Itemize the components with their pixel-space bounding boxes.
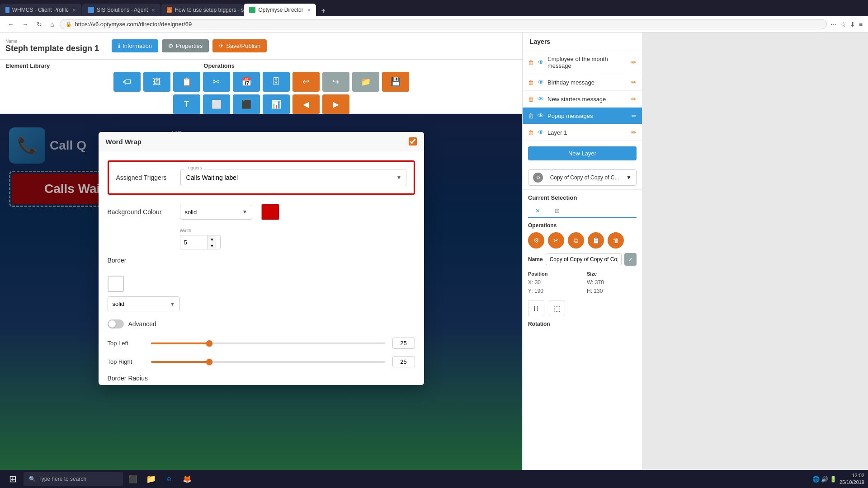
border-color-box[interactable] xyxy=(108,276,124,292)
border-style-dropdown[interactable]: solid xyxy=(108,296,180,311)
back-button[interactable]: ← xyxy=(5,20,16,29)
top-right-value-input[interactable]: 25 xyxy=(392,356,415,367)
taskbar-search[interactable]: 🔍 Type here to search xyxy=(24,472,123,486)
width-down-btn[interactable]: ▼ xyxy=(208,242,217,249)
lib-op2-btn[interactable]: ▶ xyxy=(322,94,349,114)
tab-whmcs[interactable]: WHMCS - Client Profile ✕ xyxy=(0,4,81,16)
top-left-value-input[interactable]: 25 xyxy=(392,338,415,349)
url-box[interactable]: 🔒 https://v6.optymyse.com/director/desig… xyxy=(60,19,826,29)
lib-redo-btn[interactable]: ↪ xyxy=(322,72,349,92)
layer-bday-trash-icon[interactable]: 🗑 xyxy=(528,79,534,86)
cs-tab-cross[interactable]: ✕ xyxy=(528,205,547,218)
information-button[interactable]: ℹ Information xyxy=(112,39,158,52)
lib-image-btn[interactable]: 🖼 xyxy=(143,72,170,92)
layer-item-bday[interactable]: 🗑 👁 Birthday message ✏ xyxy=(523,74,642,91)
forward-button[interactable]: → xyxy=(20,20,31,29)
start-button[interactable]: ⊞ xyxy=(4,470,22,488)
lib-shape-btn[interactable]: ⬜ xyxy=(203,94,230,114)
lib-db-btn[interactable]: 🗄 xyxy=(263,72,290,92)
layer-item-popup[interactable]: 🗑 👁 Popup messages ✏ xyxy=(523,108,642,124)
layer-eom-edit-icon[interactable]: ✏ xyxy=(631,59,637,66)
cs-name-input[interactable] xyxy=(546,253,622,265)
layer1-trash-icon[interactable]: 🗑 xyxy=(528,129,534,136)
system-clock[interactable]: 12:02 25/10/2019 xyxy=(840,472,864,486)
tab-sis[interactable]: SIS Solutions - Agent ✕ xyxy=(82,4,160,16)
layer1-edit-icon[interactable]: ✏ xyxy=(631,129,637,136)
triggers-dropdown[interactable]: Calls Waiting label xyxy=(180,169,406,186)
advanced-toggle[interactable] xyxy=(108,319,124,328)
taskbar-edge[interactable]: e xyxy=(161,471,177,487)
taskbar-explorer[interactable]: 📁 xyxy=(143,471,159,487)
extensions-icon[interactable]: ⋯ xyxy=(830,21,837,28)
taskbar-firefox[interactable]: 🦊 xyxy=(179,471,195,487)
cs-name-confirm-button[interactable]: ✓ xyxy=(624,253,637,266)
word-wrap-checkbox[interactable] xyxy=(409,137,417,145)
new-tab-button[interactable]: + xyxy=(317,5,330,16)
lib-save-btn[interactable]: 💾 xyxy=(382,72,409,92)
lib-folder-btn[interactable]: 📁 xyxy=(352,72,379,92)
width-input[interactable] xyxy=(180,236,208,249)
tab-whmcs-close[interactable]: ✕ xyxy=(72,8,76,13)
lib-layers-btn[interactable]: 📋 xyxy=(173,72,200,92)
reload-button[interactable]: ↻ xyxy=(34,20,44,29)
properties-button[interactable]: ⚙ Properties xyxy=(162,39,209,52)
align-horizontal-btn[interactable]: ⬚ xyxy=(549,300,565,316)
bg-style-dropdown[interactable]: solid xyxy=(180,205,252,220)
top-right-thumb[interactable] xyxy=(206,359,212,365)
top-left-thumb[interactable] xyxy=(206,340,212,347)
tab-optymyse[interactable]: Optymyse Director ✕ xyxy=(244,4,316,16)
bg-color-swatch[interactable] xyxy=(261,204,279,220)
lib-tag-btn[interactable]: 🏷 xyxy=(113,72,141,92)
layer-bday-eye-icon[interactable]: 👁 xyxy=(538,79,544,86)
layer-new-edit-icon[interactable]: ✏ xyxy=(631,95,637,103)
reader-icon[interactable]: ≡ xyxy=(859,21,863,28)
lib-crop-btn[interactable]: ✂ xyxy=(203,72,230,92)
width-up-btn[interactable]: ▲ xyxy=(208,235,217,242)
modal-title: Word Wrap xyxy=(106,138,142,145)
cs-copy-button[interactable]: ⧉ xyxy=(568,232,584,249)
home-button[interactable]: ⌂ xyxy=(48,20,56,29)
save-publish-button[interactable]: ✈ Save/Publish xyxy=(212,39,267,52)
battery-icon[interactable]: 🔋 xyxy=(830,476,837,483)
layer-bday-edit-icon[interactable]: ✏ xyxy=(631,79,637,86)
lib-undo-btn[interactable]: ↩ xyxy=(292,72,320,92)
cs-tab-grid[interactable]: ⊞ xyxy=(547,205,567,217)
top-left-track[interactable] xyxy=(151,343,385,344)
cs-gear-button[interactable]: ⚙ xyxy=(528,232,544,249)
browser-toolbar-icons: ⋯ ☆ ⬇ ≡ xyxy=(830,21,863,28)
layer-new-trash-icon[interactable]: 🗑 xyxy=(528,96,534,103)
new-layer-button[interactable]: New Layer xyxy=(528,146,637,160)
network-icon[interactable]: 🌐 xyxy=(812,476,820,483)
lib-line-btn[interactable]: ⬛ xyxy=(233,94,260,114)
tab-optymyse-close[interactable]: ✕ xyxy=(307,8,311,13)
lib-chart-btn[interactable]: 📊 xyxy=(263,94,290,114)
layer-popup-eye-icon[interactable]: 👁 xyxy=(538,112,544,119)
layer-item-new-starters[interactable]: 🗑 👁 New starters message ✏ xyxy=(523,91,642,108)
download-icon[interactable]: ⬇ xyxy=(850,21,855,28)
copy-dropdown[interactable]: ⚙ Copy of Copy of Copy of C... ▼ xyxy=(528,169,637,186)
lib-calendar-btn[interactable]: 📅 xyxy=(233,72,260,92)
layer-eom-trash-icon[interactable]: 🗑 xyxy=(528,59,534,66)
layer-item-eom[interactable]: 🗑 👁 Employee of the month message ✏ xyxy=(523,51,642,74)
layer-item-layer1[interactable]: 🗑 👁 Layer 1 ✏ xyxy=(523,124,642,141)
name-label: Name xyxy=(5,39,99,44)
lib-text-btn[interactable]: T xyxy=(173,94,200,114)
layer-new-eye-icon[interactable]: 👁 xyxy=(538,95,544,103)
word-wrap-modal: Word Wrap Assigned Triggers Triggers Cal… xyxy=(99,132,424,385)
bookmark-icon[interactable]: ☆ xyxy=(840,21,846,28)
layer-eom-eye-icon[interactable]: 👁 xyxy=(538,59,544,66)
align-row: ⫼ ⬚ xyxy=(528,300,637,316)
tab-sis-close[interactable]: ✕ xyxy=(151,8,155,13)
layer1-eye-icon[interactable]: 👁 xyxy=(538,129,544,136)
taskbar-task-view[interactable]: ⬛ xyxy=(125,471,141,487)
tab-howto[interactable]: ⚠ How to use setup triggers - st... ✕ xyxy=(161,4,243,16)
cs-delete-button[interactable]: 🗑 xyxy=(608,232,624,249)
top-right-track[interactable] xyxy=(151,361,385,363)
layer-popup-trash-icon[interactable]: 🗑 xyxy=(528,113,534,119)
volume-icon[interactable]: 🔊 xyxy=(821,476,828,483)
align-vertical-btn[interactable]: ⫼ xyxy=(528,300,544,316)
cs-cut-button[interactable]: ✂ xyxy=(548,232,564,249)
cs-paste-button[interactable]: 📋 xyxy=(588,232,604,249)
layer-popup-edit-icon[interactable]: ✏ xyxy=(632,113,637,119)
lib-op1-btn[interactable]: ◀ xyxy=(292,94,320,114)
